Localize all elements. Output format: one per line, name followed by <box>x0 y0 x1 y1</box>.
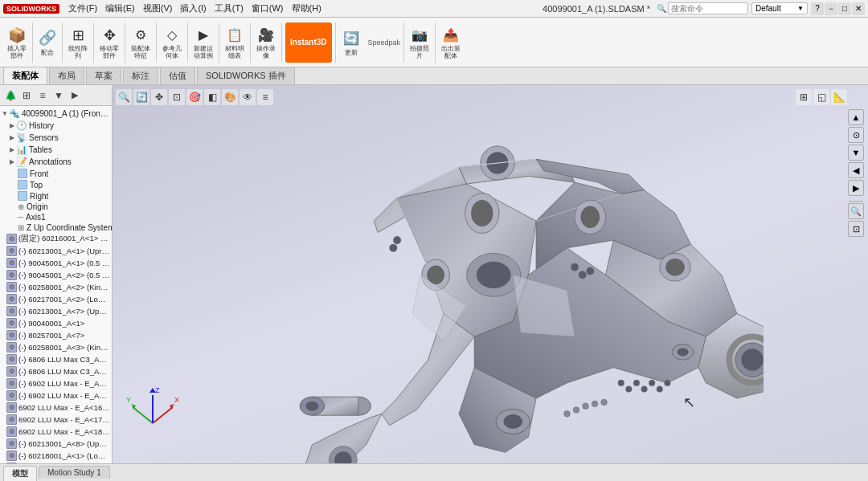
menu-insert[interactable]: 插入(I) <box>176 1 210 16</box>
ft-part-p2[interactable]: ⚙(-) 60213001_A<1> (Upright - <box>0 245 112 257</box>
instant3d-btn[interactable]: Instant3D <box>285 22 332 63</box>
assembly-feature-btn[interactable]: ⚙ 装配体 特征 <box>127 23 154 62</box>
vp-extra-3[interactable]: 📐 <box>831 89 847 105</box>
record-btn[interactable]: 🎥 操作录 像 <box>252 23 280 62</box>
vc-right-btn[interactable]: ▶ <box>848 180 864 196</box>
svg-point-12 <box>742 349 764 371</box>
svg-point-19 <box>587 267 595 275</box>
ft-part-p14[interactable]: ⚙(-) 6902 LLU Max - E_A<15> ( <box>0 389 112 402</box>
vp-extra-2[interactable]: ◱ <box>813 89 829 105</box>
ft-root[interactable]: ▼ 🔩 40099001_A (1) (Front End Sub As <box>0 108 112 120</box>
close-btn[interactable]: ✕ <box>852 2 865 15</box>
bom-btn[interactable]: 📋 材料明 细表 <box>221 23 248 62</box>
svg-point-30 <box>306 402 318 411</box>
ft-part-p16[interactable]: ⚙6902 LLU Max - E_A<17> ( <box>0 414 112 426</box>
mate-btn[interactable]: 🔗 配合 <box>35 26 60 59</box>
bottom-bar: 模型 Motion Study 1 <box>0 463 868 481</box>
linear-pattern-btn[interactable]: ⊞ 线性阵 列 <box>64 23 92 62</box>
ft-part-p9[interactable]: ⚙(-) 80257001_A<7> <box>0 329 112 341</box>
vp-section-view[interactable]: ◧ <box>204 89 220 105</box>
screenshot-btn[interactable]: 📷 拍摄照 片 <box>406 23 433 62</box>
ft-part-p4[interactable]: ⚙(-) 90045001_A<2> (0.5 x 0.6 <box>0 269 112 281</box>
ft-part-p15[interactable]: ⚙6902 LLU Max - E_A<16> ( <box>0 402 112 414</box>
vc-left-btn[interactable]: ◀ <box>848 162 864 178</box>
ft-grid-icon[interactable]: ⊞ <box>19 88 34 103</box>
ft-origin[interactable]: ⊕ Origin <box>0 202 112 212</box>
ft-part-p18[interactable]: ⚙(-) 60213001_A<8> (Upper Ar <box>0 438 112 450</box>
search-icon: 🔍 <box>657 4 666 13</box>
new-motion-btn[interactable]: ▶ 新建运 动算例 <box>190 23 217 62</box>
move-component-btn[interactable]: ✥ 移动零 部件 <box>96 23 123 62</box>
help-btn[interactable]: ? <box>811 2 824 15</box>
menu-edit[interactable]: 编辑(E) <box>101 1 139 16</box>
vp-hide-show[interactable]: 👁 <box>240 89 256 105</box>
menu-tools[interactable]: 工具(T) <box>211 1 248 16</box>
vp-rotate[interactable]: 🔄 <box>133 89 149 105</box>
svg-text:Y: Y <box>126 396 131 404</box>
vp-view-orient[interactable]: 🎯 <box>186 89 203 105</box>
ft-filter-icon[interactable]: ▼ <box>51 88 66 103</box>
export-assembly-btn[interactable]: 📤 出出装 配体 <box>437 23 465 62</box>
vc-rotate-btn[interactable]: ⊙ <box>848 127 864 143</box>
ft-history[interactable]: ▶ 🕐 History <box>0 120 112 132</box>
tab-solidworks-plugins[interactable]: SOLIDWORKS 插件 <box>197 67 295 84</box>
ft-part-p19[interactable]: ⚙(-) 60218001_A<1> (Lower AR <box>0 450 112 462</box>
bottom-tab-motion-study[interactable]: Motion Study 1 <box>39 466 110 479</box>
config-dropdown[interactable]: Default ▼ <box>751 2 808 14</box>
ft-axis1[interactable]: ─ Axis1 <box>0 212 112 222</box>
menu-help[interactable]: 帮助(H) <box>288 1 326 16</box>
vp-zoom-in[interactable]: 🔍 <box>116 89 132 105</box>
ft-part-p11[interactable]: ⚙(-) 6806 LLU Max C3_A<2> (D <box>0 353 112 365</box>
ft-right[interactable]: Right <box>0 190 112 202</box>
ft-z-up-coord[interactable]: ⊞ Z Up Coordinate System <box>0 222 112 233</box>
ft-tables[interactable]: ▶ 📊 Tables <box>0 144 112 156</box>
tab-layout[interactable]: 布局 <box>49 67 84 84</box>
vc-up-btn[interactable]: ▲ <box>848 109 864 125</box>
ft-part-p7[interactable]: ⚙(-) 60213001_A<7> (Upper Ar <box>0 305 112 317</box>
ft-part-p1[interactable]: ⚙(固定) 60216001_A<1> (Bulkh <box>0 233 112 245</box>
menu-view[interactable]: 视图(V) <box>139 1 177 16</box>
ft-list-icon[interactable]: ≡ <box>35 88 50 103</box>
search-input[interactable] <box>668 2 748 14</box>
update-btn[interactable]: 🔄 更新 <box>338 26 365 59</box>
ft-part-p8[interactable]: ⚙(-) 90040001_A<1> <box>0 317 112 329</box>
vc-zoom-btn[interactable]: 🔍 <box>848 203 864 219</box>
tab-evaluate[interactable]: 估值 <box>160 67 195 84</box>
menu-window[interactable]: 窗口(W) <box>248 1 288 16</box>
vp-extra-1[interactable]: ⊞ <box>796 89 812 105</box>
ft-part-p17[interactable]: ⚙6902 LLU Max - E_A<18> ( <box>0 426 112 438</box>
ft-part-p5[interactable]: ⚙(-) 60258001_A<2> (Kingpin S <box>0 281 112 293</box>
ft-next-icon[interactable]: ▶ <box>68 88 82 103</box>
ft-part-p12[interactable]: ⚙(-) 6806 LLU Max C3_A<2> (D <box>0 365 112 377</box>
vp-component-lines[interactable]: ≡ <box>257 89 273 105</box>
svg-point-36 <box>504 414 522 428</box>
vp-pan[interactable]: ✥ <box>151 89 167 105</box>
bottom-tab-model[interactable]: 模型 <box>3 466 37 481</box>
tab-bar: 装配体 布局 草案 标注 估值 SOLIDWORKS 插件 <box>0 67 868 85</box>
ft-annotations[interactable]: ▶ 📝 Annotations <box>0 156 112 168</box>
viewport-toolbar: 🔍 🔄 ✥ ⊡ 🎯 ◧ 🎨 👁 ≡ ⊞ ◱ 📐 <box>116 88 847 106</box>
svg-text:Z: Z <box>155 386 160 394</box>
minimize-btn[interactable]: － <box>825 2 837 15</box>
viewport[interactable]: 🔍 🔄 ✥ ⊡ 🎯 ◧ 🎨 👁 ≡ ⊞ ◱ 📐 <box>113 85 868 463</box>
ft-top[interactable]: Top <box>0 179 112 190</box>
app-logo: SOLIDWORKS <box>3 4 59 14</box>
tab-sketch[interactable]: 草案 <box>86 67 121 84</box>
vc-fit-btn[interactable]: ⊡ <box>848 221 864 237</box>
ft-tree-icon[interactable]: 🌲 <box>3 88 18 103</box>
ft-part-p10[interactable]: ⚙(-) 60258001_A<3> (Kingpin S <box>0 341 112 353</box>
ft-part-p3[interactable]: ⚙(-) 90045001_A<1> (0.5 x 0.6 <box>0 257 112 269</box>
tab-assembly[interactable]: 装配体 <box>3 67 47 84</box>
ft-sensors[interactable]: ▶ 📡 Sensors <box>0 132 112 144</box>
vc-down-btn[interactable]: ▼ <box>848 145 864 161</box>
maximize-btn[interactable]: □ <box>838 2 851 15</box>
menu-file[interactable]: 文件(F) <box>64 1 101 16</box>
vp-zoom-area[interactable]: ⊡ <box>169 89 185 105</box>
ft-front[interactable]: Front <box>0 168 112 179</box>
insert-parts-btn[interactable]: 📦 插入零 部件 <box>3 23 31 62</box>
tab-annotation[interactable]: 标注 <box>123 67 158 84</box>
ft-part-p6[interactable]: ⚙(-) 60217001_A<2> (Lower Fra <box>0 293 112 305</box>
vp-display-style[interactable]: 🎨 <box>222 89 238 105</box>
ref-geometry-btn[interactable]: ◇ 参考几 何体 <box>158 23 186 62</box>
ft-part-p13[interactable]: ⚙(-) 6902 LLU Max - E_A<12> ( <box>0 377 112 389</box>
